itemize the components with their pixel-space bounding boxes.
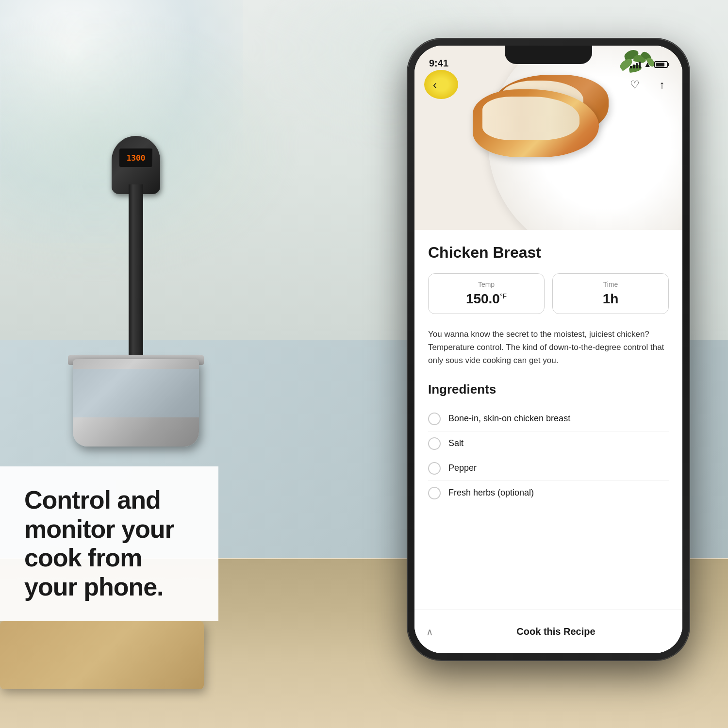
sous-vide-device-group: 1300 [58,136,214,476]
status-icons: ▲ [630,60,668,69]
ingredient-checkbox-3[interactable] [428,487,441,499]
recipe-content-area: Chicken Breast Temp 150.0°F Time 1h [414,230,682,653]
temperature-box[interactable]: Temp 150.0°F [428,273,545,314]
cooking-pot [73,359,199,447]
back-button[interactable]: ‹ [426,76,444,94]
ingredient-item-3[interactable]: Fresh herbs (optional) [428,481,669,505]
cutting-board [0,621,204,689]
device-display: 1300 [119,148,153,167]
device-shaft [129,184,143,369]
ingredient-checkbox-2[interactable] [428,462,441,475]
signal-icon [630,61,641,68]
phone-mockup: 9:41 ▲ [408,39,689,660]
sous-vide-device: 1300 [116,136,155,379]
recipe-food-photo: ‹ ♡ ↑ [414,46,682,230]
cook-recipe-button[interactable]: Cook this Recipe [441,626,671,637]
content-scroll-area[interactable]: Chicken Breast Temp 150.0°F Time 1h [414,230,682,554]
nav-action-buttons: ♡ ↑ [626,76,671,94]
marketing-headline: Control and monitor your cook from your … [24,486,194,602]
cook-parameters: Temp 150.0°F Time 1h [428,273,669,314]
ingredient-checkbox-0[interactable] [428,413,441,425]
ingredient-text-1: Salt [448,438,463,448]
ingredient-item-1[interactable]: Salt [428,431,669,456]
status-time: 9:41 [429,58,448,69]
temp-label: Temp [436,281,536,288]
recipe-title: Chicken Breast [428,244,669,262]
ingredient-checkbox-1[interactable] [428,437,441,450]
ingredient-item-2[interactable]: Pepper [428,456,669,480]
photo-nav-bar: ‹ ♡ ↑ [414,73,682,97]
ingredient-text-3: Fresh herbs (optional) [448,488,534,498]
temp-value: 150.0°F [436,291,536,307]
time-box[interactable]: Time 1h [552,273,669,314]
phone-frame: 9:41 ▲ [408,39,689,660]
pot-water [73,369,199,417]
ingredient-text-2: Pepper [448,463,477,473]
battery-icon [654,61,668,68]
phone-notch [505,46,592,64]
wifi-icon: ▲ [644,60,651,69]
cook-chevron-icon: ∧ [426,626,433,638]
favorite-button[interactable]: ♡ [626,76,644,94]
time-label: Time [561,281,661,288]
ingredient-item-0[interactable]: Bone-in, skin-on chicken breast [428,407,669,431]
phone-screen: 9:41 ▲ [414,46,682,653]
ingredients-heading: Ingredients [428,382,669,397]
cook-recipe-bar[interactable]: ∧ Cook this Recipe [414,610,682,653]
recipe-description: You wanna know the secret to the moistes… [428,328,669,367]
marketing-text-overlay: Control and monitor your cook from your … [0,466,218,621]
ingredient-text-0: Bone-in, skin-on chicken breast [448,414,570,424]
share-button[interactable]: ↑ [653,76,671,94]
time-value: 1h [561,291,661,307]
